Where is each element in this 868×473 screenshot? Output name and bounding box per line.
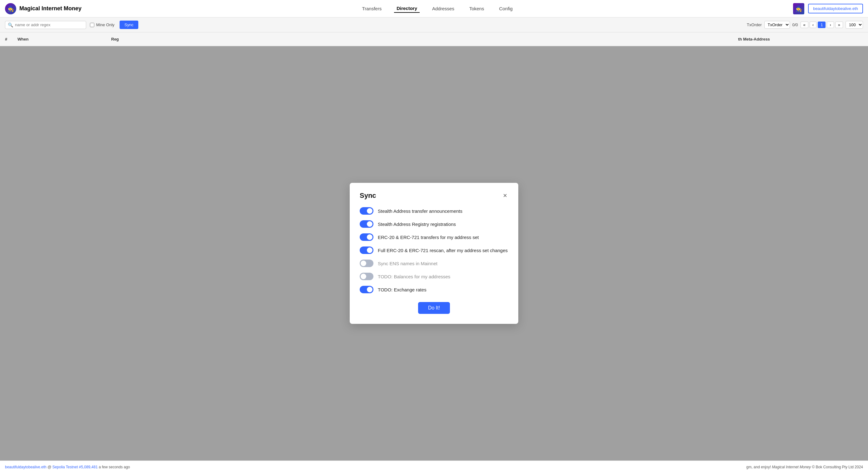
col-when: When	[18, 37, 111, 41]
wallet-status-link[interactable]: beautifuldaytobealive.eth	[5, 465, 46, 469]
toggle-balances[interactable]	[360, 273, 373, 280]
modal-title: Sync	[360, 192, 376, 200]
modal-header: Sync ×	[360, 192, 508, 200]
sync-button[interactable]: Sync	[120, 21, 138, 29]
pagination-first[interactable]: «	[801, 22, 808, 28]
toggle-slider-exchange-rates	[360, 286, 373, 293]
pagination-page-1[interactable]: 1	[818, 22, 826, 28]
navbar-right: 🧙 beautifuldaytobealive.eth	[793, 3, 863, 14]
nav-config[interactable]: Config	[496, 5, 515, 12]
user-avatar: 🧙	[793, 3, 804, 14]
search-icon: 🔍	[8, 23, 13, 28]
toggle-row-exchange-rates: TODO: Exchange rates	[360, 286, 508, 293]
nav-addresses[interactable]: Addresses	[430, 5, 457, 12]
mine-only-checkbox[interactable]	[90, 23, 94, 27]
col-meta: th Meta-Address	[738, 37, 863, 41]
toolbar-right: TxOrder TxOrder 0/0 « ‹ 1 › » 100	[747, 21, 863, 29]
toggle-row-stealth-registry: Stealth Address Registry registrations	[360, 220, 508, 228]
toolbar: 🔍 Mine Only Sync TxOrder TxOrder 0/0 « ‹…	[0, 18, 868, 32]
col-reg: Reg	[111, 37, 738, 41]
nav-transfers[interactable]: Transfers	[360, 5, 384, 12]
toggle-slider-stealth-registry	[360, 220, 373, 228]
toggle-ens-mainnet[interactable]	[360, 260, 373, 267]
toggle-exchange-rates[interactable]	[360, 286, 373, 293]
toggle-slider-balances	[360, 273, 373, 280]
pagination-prev[interactable]: ‹	[810, 22, 816, 28]
table-header: # When Reg th Meta-Address	[0, 32, 868, 46]
toggle-label-balances: TODO: Balances for my addresses	[378, 274, 450, 279]
toggle-row-stealth-transfer: Stealth Address transfer announcements	[360, 207, 508, 215]
toggle-full-rescan[interactable]	[360, 246, 373, 254]
nav-links: Transfers Directory Addresses Tokens Con…	[82, 4, 793, 13]
tx-order-select[interactable]: TxOrder	[764, 21, 790, 29]
nav-directory[interactable]: Directory	[394, 4, 420, 13]
toggle-label-exchange-rates: TODO: Exchange rates	[378, 287, 427, 292]
pagination-last[interactable]: »	[835, 22, 843, 28]
status-bar: beautifuldaytobealive.eth @ Sepolia Test…	[0, 461, 868, 473]
toggle-label-stealth-transfer: Stealth Address transfer announcements	[378, 208, 462, 214]
mine-only-text: Mine Only	[96, 23, 115, 27]
status-copyright-suffix: © Bok Consulting Pty Ltd 2024	[812, 465, 863, 469]
toggle-row-erc20-transfers: ERC-20 & ERC-721 transfers for my addres…	[360, 233, 508, 241]
toggle-label-stealth-registry: Stealth Address Registry registrations	[378, 222, 456, 227]
pagination: « ‹ 1 › »	[801, 22, 843, 28]
search-input-wrapper: 🔍	[5, 21, 86, 29]
col-number: #	[5, 37, 18, 41]
toggle-slider-stealth-transfer	[360, 207, 373, 215]
toggle-slider-ens-mainnet	[360, 260, 373, 267]
toggle-label-erc20-transfers: ERC-20 & ERC-721 transfers for my addres…	[378, 235, 479, 240]
toggle-erc20-transfers[interactable]	[360, 233, 373, 241]
search-input[interactable]	[15, 23, 83, 27]
tx-order-label: TxOrder	[747, 23, 762, 27]
toggle-stealth-transfer[interactable]	[360, 207, 373, 215]
brand: 🧙 Magical Internet Money	[5, 3, 82, 14]
toggle-slider-full-rescan	[360, 246, 373, 254]
toggle-label-ens-mainnet: Sync ENS names in Mainnet	[378, 261, 437, 266]
modal-close-button[interactable]: ×	[502, 192, 508, 200]
status-network-prefix: @	[48, 465, 53, 469]
sync-modal: Sync × Stealth Address transfer announce…	[350, 183, 518, 324]
toggle-slider-erc20-transfers	[360, 233, 373, 241]
modal-overlay: Sync × Stealth Address transfer announce…	[0, 46, 868, 461]
pagination-range: 0/0	[793, 23, 798, 27]
nav-tokens[interactable]: Tokens	[467, 5, 487, 12]
brand-title: Magical Internet Money	[19, 5, 82, 12]
status-copyright: gm, and enjoy!	[746, 465, 772, 469]
modal-footer: Do It!	[360, 302, 508, 314]
status-app-name: Magical Internet Money	[772, 465, 811, 469]
network-status-link[interactable]: Sepolia Testnet #5,089,481	[53, 465, 98, 469]
brand-avatar: 🧙	[5, 3, 16, 14]
toggle-row-full-rescan: Full ERC-20 & ERC-721 rescan, after my a…	[360, 246, 508, 254]
mine-only-label: Mine Only	[90, 23, 115, 27]
wallet-button[interactable]: beautifuldaytobealive.eth	[808, 4, 863, 13]
toggle-row-ens-mainnet: Sync ENS names in Mainnet	[360, 260, 508, 267]
navbar: 🧙 Magical Internet Money Transfers Direc…	[0, 0, 868, 18]
modal-body: Stealth Address transfer announcements S…	[360, 207, 508, 293]
do-it-button[interactable]: Do It!	[418, 302, 450, 314]
toggle-row-balances: TODO: Balances for my addresses	[360, 273, 508, 280]
pagination-next[interactable]: ›	[827, 22, 834, 28]
status-bar-right: gm, and enjoy! Magical Internet Money © …	[746, 465, 863, 469]
toggle-label-full-rescan: Full ERC-20 & ERC-721 rescan, after my a…	[378, 248, 508, 253]
page-size-select[interactable]: 100	[845, 21, 863, 29]
main-content: Sync × Stealth Address transfer announce…	[0, 46, 868, 461]
status-bar-left: beautifuldaytobealive.eth @ Sepolia Test…	[5, 465, 130, 469]
toggle-stealth-registry[interactable]	[360, 220, 373, 228]
status-time-text: a few seconds ago	[99, 465, 130, 469]
